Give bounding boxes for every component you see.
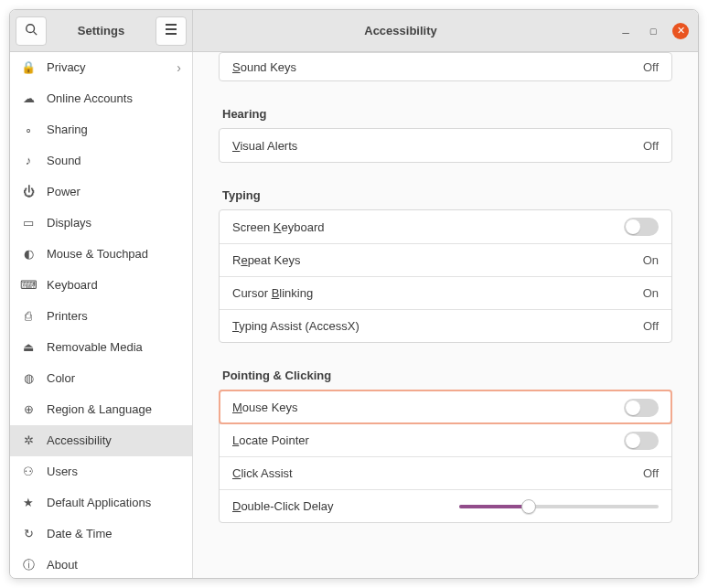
settings-group: Screen KeyboardRepeat KeysOnCursor Blink…	[219, 209, 672, 343]
share-icon: ∘	[21, 123, 36, 137]
row-value: Off	[643, 466, 659, 480]
apps-icon: ★	[21, 496, 36, 510]
sidebar-item-label: Privacy	[47, 60, 166, 74]
slider-track	[459, 505, 659, 508]
search-icon	[25, 23, 38, 38]
sidebar-item-color[interactable]: ◍Color	[10, 363, 192, 394]
settings-row[interactable]: Typing Assist (AccessX)Off	[220, 309, 671, 342]
settings-window: Settings Accessibility _ ▢ ✕ 🔒Privacy›☁O…	[9, 9, 699, 579]
row-value: On	[643, 286, 659, 300]
row-value: On	[643, 253, 659, 267]
slider[interactable]	[459, 497, 659, 516]
row-label: Click Assist	[232, 466, 643, 480]
maximize-button[interactable]: ▢	[645, 23, 661, 39]
settings-row[interactable]: Repeat KeysOn	[220, 243, 671, 276]
users-icon: ⚇	[21, 465, 36, 479]
row-label: Repeat Keys	[232, 253, 643, 267]
row-label: Visual Alerts	[232, 139, 643, 153]
sidebar: 🔒Privacy›☁Online Accounts∘Sharing♪Sound⏻…	[10, 52, 193, 578]
row-label: Locate Pointer	[232, 433, 624, 447]
printers-icon: ⎙	[21, 309, 36, 324]
sidebar-item-sound[interactable]: ♪Sound	[10, 145, 192, 176]
row-label: Cursor Blinking	[232, 286, 643, 300]
keyboard-icon: ⌨	[21, 278, 36, 293]
sidebar-item-label: Mouse & Touchpad	[47, 247, 181, 261]
sidebar-item-label: Displays	[47, 216, 181, 230]
settings-row[interactable]: Cursor BlinkingOn	[220, 276, 671, 309]
settings-group: Sound KeysOff	[219, 52, 672, 81]
sidebar-item-label: About	[47, 558, 181, 572]
hamburger-menu-button[interactable]	[156, 16, 187, 46]
sidebar-item-region-language[interactable]: ⊕Region & Language	[10, 394, 192, 425]
sidebar-item-label: Default Applications	[47, 496, 181, 509]
sidebar-item-label: Keyboard	[47, 278, 181, 292]
settings-row[interactable]: Double-Click Delay	[220, 489, 671, 522]
lock-icon: 🔒	[21, 60, 36, 75]
sidebar-item-label: Date & Time	[47, 527, 181, 540]
sidebar-item-privacy[interactable]: 🔒Privacy›	[10, 52, 192, 83]
settings-group: Visual AlertsOff	[219, 128, 672, 163]
settings-row[interactable]: Click AssistOff	[220, 456, 671, 489]
sidebar-item-label: Users	[47, 465, 181, 478]
sidebar-item-label: Removable Media	[47, 340, 181, 354]
titlebar-right: Accessibility _ ▢ ✕	[193, 10, 698, 51]
toggle-switch[interactable]	[624, 218, 659, 236]
settings-row[interactable]: Mouse Keys	[220, 390, 671, 423]
cloud-icon: ☁	[21, 91, 36, 106]
minimize-button[interactable]: _	[617, 23, 634, 39]
sidebar-item-removable-media[interactable]: ⏏Removable Media	[10, 332, 192, 363]
date-icon: ↻	[21, 527, 36, 541]
svg-line-1	[34, 32, 38, 36]
settings-row[interactable]: Sound KeysOff	[220, 53, 671, 80]
search-button[interactable]	[16, 16, 47, 46]
toggle-switch[interactable]	[624, 399, 659, 417]
minimize-icon: _	[622, 20, 628, 34]
sidebar-item-printers[interactable]: ⎙Printers	[10, 301, 192, 332]
body: 🔒Privacy›☁Online Accounts∘Sharing♪Sound⏻…	[10, 52, 698, 578]
mouse-icon: ◐	[21, 247, 36, 262]
sidebar-item-power[interactable]: ⏻Power	[10, 176, 192, 208]
sidebar-item-label: Power	[47, 185, 181, 198]
accessibility-icon: ✲	[21, 433, 36, 448]
svg-point-0	[27, 25, 35, 33]
row-label: Screen Keyboard	[232, 220, 624, 234]
sidebar-item-about[interactable]: ⓘAbout	[10, 550, 192, 578]
sidebar-item-keyboard[interactable]: ⌨Keyboard	[10, 270, 192, 301]
sidebar-item-label: Accessibility	[47, 433, 181, 447]
row-label: Typing Assist (AccessX)	[232, 319, 643, 333]
sidebar-item-label: Color	[47, 371, 181, 385]
sidebar-item-sharing[interactable]: ∘Sharing	[10, 114, 192, 145]
displays-icon: ▭	[21, 216, 36, 230]
sidebar-item-users[interactable]: ⚇Users	[10, 456, 192, 487]
row-value: Off	[643, 60, 659, 74]
sound-icon: ♪	[21, 154, 36, 168]
sidebar-item-date-time[interactable]: ↻Date & Time	[10, 519, 192, 550]
region-icon: ⊕	[21, 402, 36, 417]
page-title: Accessibility	[193, 24, 608, 37]
sidebar-item-default-applications[interactable]: ★Default Applications	[10, 487, 192, 519]
sidebar-item-accessibility[interactable]: ✲Accessibility	[10, 425, 192, 456]
close-button[interactable]: ✕	[672, 23, 689, 39]
about-icon: ⓘ	[21, 558, 36, 572]
slider-thumb[interactable]	[521, 499, 536, 514]
sidebar-item-displays[interactable]: ▭Displays	[10, 208, 192, 239]
row-label: Sound Keys	[232, 60, 643, 74]
sidebar-item-mouse-touchpad[interactable]: ◐Mouse & Touchpad	[10, 239, 192, 270]
chevron-right-icon: ›	[177, 60, 181, 75]
toggle-switch[interactable]	[624, 432, 659, 450]
sidebar-item-label: Online Accounts	[47, 91, 181, 105]
sidebar-item-label: Region & Language	[47, 402, 181, 416]
titlebar: Settings Accessibility _ ▢ ✕	[10, 10, 698, 52]
sidebar-item-label: Sound	[47, 154, 181, 167]
app-title: Settings	[52, 24, 150, 37]
content-area[interactable]: Sound KeysOffHearingVisual AlertsOffTypi…	[193, 52, 698, 578]
hamburger-icon	[165, 24, 177, 37]
settings-row[interactable]: Visual AlertsOff	[220, 129, 671, 162]
settings-row[interactable]: Locate Pointer	[220, 423, 671, 456]
row-value: Off	[643, 139, 659, 153]
sidebar-item-online-accounts[interactable]: ☁Online Accounts	[10, 83, 192, 114]
section-title: Hearing	[222, 107, 672, 121]
section-title: Typing	[222, 188, 672, 202]
maximize-icon: ▢	[649, 27, 658, 36]
settings-row[interactable]: Screen Keyboard	[220, 210, 671, 243]
